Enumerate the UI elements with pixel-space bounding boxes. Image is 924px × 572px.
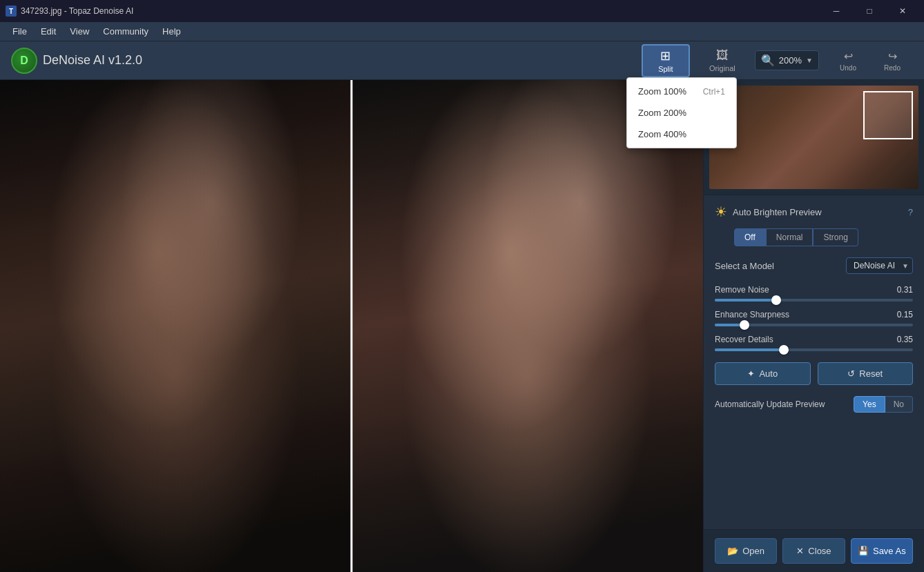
zoom-200-label: Zoom 200% <box>638 108 686 118</box>
zoom-100-option[interactable]: Zoom 100% Ctrl+1 <box>627 81 736 102</box>
remove-noise-fill <box>715 299 776 302</box>
enhance-sharpness-label-row: Enhance Sharpness 0.15 <box>715 310 913 319</box>
remove-noise-thumb[interactable] <box>771 295 781 305</box>
sidebar-controls: ☀ Auto Brighten Preview ? Off Normal Str… <box>704 195 924 529</box>
recover-details-value: 0.35 <box>897 335 913 344</box>
app-logo: D DeNoise AI v1.2.0 <box>11 48 142 74</box>
wand-icon: ✦ <box>747 368 755 379</box>
auto-label: Auto <box>759 368 778 379</box>
original-image <box>0 80 352 572</box>
yes-no-group: Yes No <box>854 396 913 413</box>
canvas-left-panel <box>0 80 352 572</box>
yes-button[interactable]: Yes <box>854 396 885 413</box>
menu-community[interactable]: Community <box>96 23 155 39</box>
zoom-200-option[interactable]: Zoom 200% <box>627 102 736 124</box>
zoom-400-label: Zoom 400% <box>638 129 686 139</box>
reset-button[interactable]: ↺ Reset <box>818 362 914 385</box>
model-select-wrap: DeNoise AI Standard Clear ▼ <box>846 257 913 274</box>
maximize-button[interactable]: □ <box>854 0 885 22</box>
zoom-400-option[interactable]: Zoom 400% <box>627 124 736 145</box>
split-label: Split <box>658 65 673 73</box>
remove-noise-label: Remove Noise <box>715 285 769 295</box>
open-button[interactable]: 📂 Open <box>715 538 777 564</box>
x-icon: ✕ <box>796 546 804 556</box>
off-toggle[interactable]: Off <box>734 228 766 246</box>
thumbnail-image <box>709 86 918 189</box>
enhance-sharpness-value: 0.15 <box>897 310 913 319</box>
select-model-label: Select a Model <box>715 261 774 271</box>
model-select[interactable]: DeNoise AI Standard Clear <box>846 257 913 274</box>
thumbnail-viewport[interactable] <box>863 91 913 139</box>
redo-label: Redo <box>884 64 901 72</box>
saveas-label: Save As <box>873 546 906 556</box>
zoom-value: 200% <box>779 55 802 66</box>
undo-button[interactable]: ↩ Undo <box>827 47 869 75</box>
split-divider[interactable] <box>351 80 353 572</box>
app-icon: T <box>6 6 17 17</box>
original-icon: 🖼 <box>716 48 729 63</box>
title-bar-left: T 347293.jpg - Topaz Denoise AI <box>6 6 133 17</box>
zoom-dropdown: Zoom 100% Ctrl+1 Zoom 200% Zoom 400% <box>626 77 737 148</box>
menu-file[interactable]: File <box>6 23 34 39</box>
content-area: ☀ Auto Brighten Preview ? Off Normal Str… <box>0 80 924 572</box>
save-as-button[interactable]: 💾 Save As <box>851 538 913 564</box>
strong-toggle[interactable]: Strong <box>813 228 858 246</box>
sidebar: ☀ Auto Brighten Preview ? Off Normal Str… <box>703 80 924 572</box>
enhance-sharpness-section: Enhance Sharpness 0.15 <box>715 310 913 326</box>
canvas-split <box>0 80 703 572</box>
remove-noise-track[interactable] <box>715 299 913 302</box>
redo-icon: ↪ <box>888 50 897 63</box>
window-title: 347293.jpg - Topaz Denoise AI <box>21 6 133 16</box>
no-button[interactable]: No <box>885 396 913 413</box>
close-image-button[interactable]: ✕ Close <box>782 538 845 564</box>
menu-view[interactable]: View <box>63 23 96 39</box>
title-bar: T 347293.jpg - Topaz Denoise AI ─ □ ✕ <box>0 0 924 22</box>
logo-icon: D <box>11 48 37 74</box>
auto-brighten-label: Auto Brighten Preview <box>733 207 903 217</box>
redo-button[interactable]: ↪ Redo <box>872 47 913 75</box>
remove-noise-section: Remove Noise 0.31 <box>715 285 913 302</box>
original-view-button[interactable]: 🖼 Original <box>698 44 747 77</box>
recover-details-label: Recover Details <box>715 335 773 344</box>
enhance-sharpness-track[interactable] <box>715 324 913 326</box>
recover-details-track[interactable] <box>715 348 913 351</box>
zoom-100-shortcut: Ctrl+1 <box>703 87 725 97</box>
auto-button[interactable]: ✦ Auto <box>715 362 811 385</box>
remove-noise-value: 0.31 <box>897 285 913 295</box>
split-icon: ⊞ <box>660 48 671 63</box>
menu-help[interactable]: Help <box>155 23 188 39</box>
original-label: Original <box>709 64 735 72</box>
split-view-button[interactable]: ⊞ Split <box>642 44 690 77</box>
app-name: DeNoise AI v1.2.0 <box>43 53 142 68</box>
reset-icon: ↺ <box>847 368 855 379</box>
minimize-button[interactable]: ─ <box>820 0 852 22</box>
normal-toggle[interactable]: Normal <box>766 228 814 246</box>
canvas-right-panel <box>352 80 703 572</box>
recover-details-label-row: Recover Details 0.35 <box>715 335 913 344</box>
recover-details-thumb[interactable] <box>779 345 789 355</box>
select-model-row: Select a Model DeNoise AI Standard Clear… <box>715 257 913 274</box>
recover-details-fill <box>715 348 784 351</box>
sun-icon: ☀ <box>715 204 727 220</box>
folder-icon: 📂 <box>727 546 738 556</box>
close-button[interactable]: ✕ <box>887 0 918 22</box>
title-bar-controls: ─ □ ✕ <box>820 0 918 22</box>
enhance-sharpness-label: Enhance Sharpness <box>715 310 789 319</box>
auto-brighten-row: ☀ Auto Brighten Preview ? <box>715 204 913 220</box>
open-label: Open <box>742 546 764 556</box>
enhance-sharpness-thumb[interactable] <box>740 320 749 330</box>
save-icon: 💾 <box>858 546 869 556</box>
zoom-selector[interactable]: 🔍 200% ▼ <box>755 50 819 70</box>
toolbar: D DeNoise AI v1.2.0 ⊞ Split 🖼 Original 🔍… <box>0 41 924 80</box>
auto-brighten-toggle-group: Off Normal Strong <box>734 228 913 246</box>
canvas-area <box>0 80 703 572</box>
close-label: Close <box>808 546 831 556</box>
recover-details-section: Recover Details 0.35 <box>715 335 913 351</box>
zoom-icon: 🔍 <box>761 54 775 67</box>
menu-bar: File Edit View Community Help <box>0 22 924 41</box>
undo-label: Undo <box>840 64 856 72</box>
menu-edit[interactable]: Edit <box>34 23 63 39</box>
help-icon[interactable]: ? <box>908 207 913 217</box>
action-row: ✦ Auto ↺ Reset <box>715 362 913 385</box>
auto-update-label: Automatically Update Preview <box>715 400 848 409</box>
